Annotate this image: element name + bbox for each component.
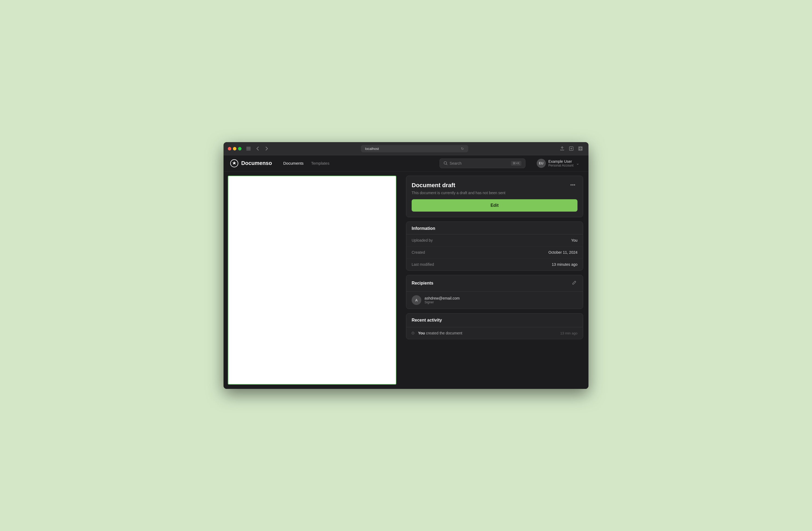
nav-links: Documents Templates (280, 159, 332, 167)
app-logo[interactable]: Documenso (230, 159, 272, 167)
svg-rect-7 (579, 149, 580, 150)
search-shortcut: ⌘+K (511, 161, 521, 166)
recipients-header: Recipients (406, 275, 583, 292)
search-icon (444, 161, 448, 165)
recipient-role: Signer (424, 300, 460, 304)
browser-controls (245, 145, 271, 152)
svg-rect-0 (246, 147, 251, 147)
nav-templates[interactable]: Templates (308, 159, 332, 167)
svg-rect-5 (579, 147, 580, 148)
info-row-last-modified: Last modified 13 minutes ago (406, 259, 583, 270)
info-value-created: October 11, 2024 (549, 250, 578, 254)
url-text: localhost (365, 147, 379, 151)
recipient-info: ashdrew@email.com Signer (424, 296, 460, 304)
logo-text: Documenso (241, 160, 272, 166)
svg-rect-1 (246, 148, 251, 149)
edit-button[interactable]: Edit (412, 199, 578, 211)
document-sidebar: Document draft ••• This document is curr… (401, 171, 589, 389)
document-preview-pane (223, 171, 401, 389)
traffic-light-green[interactable] (238, 147, 242, 150)
user-account-type: Personal Account (549, 164, 574, 167)
sidebar-toggle-button[interactable] (245, 145, 252, 152)
activity-header: Recent activity (406, 313, 583, 327)
address-bar[interactable]: localhost ↻ (361, 145, 468, 152)
search-bar[interactable]: Search ⌘+K (439, 159, 525, 168)
info-value-last-modified: 13 minutes ago (552, 262, 578, 267)
info-label-created: Created (412, 250, 425, 254)
forward-button[interactable] (263, 145, 271, 152)
recent-activity-card: Recent activity You created the document… (406, 313, 583, 339)
new-tab-button[interactable] (567, 145, 575, 152)
svg-rect-4 (579, 147, 582, 150)
browser-right-controls (559, 145, 584, 152)
traffic-light-yellow[interactable] (233, 147, 236, 150)
activity-action: created the document (426, 331, 462, 335)
activity-item: You created the document 13 min ago (406, 327, 583, 339)
user-info: Example User Personal Account (549, 159, 574, 167)
tab-overview-button[interactable] (577, 145, 584, 152)
activity-dot-icon (412, 332, 414, 335)
share-button[interactable] (559, 145, 566, 152)
user-name: Example User (549, 159, 574, 164)
traffic-light-red[interactable] (228, 147, 231, 150)
recipients-card: Recipients A ashdrew@email.com Signer (406, 275, 583, 309)
info-label-last-modified: Last modified (412, 262, 434, 267)
info-value-uploaded-by: You (571, 238, 578, 242)
recipients-title: Recipients (412, 281, 433, 285)
main-content: Document draft ••• This document is curr… (223, 171, 589, 389)
draft-card-header: Document draft ••• (412, 181, 578, 189)
top-nav: Documenso Documents Templates Search ⌘+K (223, 155, 589, 171)
draft-card: Document draft ••• This document is curr… (406, 176, 583, 217)
user-menu[interactable]: EU Example User Personal Account ⌄ (534, 157, 582, 169)
activity-text: You created the document (418, 331, 556, 335)
back-button[interactable] (254, 145, 261, 152)
document-preview-wrapper (228, 176, 396, 385)
app-content: Documenso Documents Templates Search ⌘+K (223, 155, 589, 389)
info-row-created: Created October 11, 2024 (406, 247, 583, 259)
search-placeholder: Search (450, 161, 462, 165)
browser-window: localhost ↻ (223, 142, 589, 389)
draft-card-title: Document draft (412, 182, 455, 189)
nav-documents[interactable]: Documents (280, 159, 306, 167)
user-chevron-icon: ⌄ (576, 161, 579, 165)
traffic-lights (228, 147, 242, 150)
recipient-email: ashdrew@email.com (424, 296, 460, 300)
edit-recipients-button[interactable] (571, 279, 578, 287)
info-row-uploaded-by: Uploaded by You (406, 234, 583, 247)
activity-time: 13 min ago (560, 331, 578, 335)
reload-button[interactable]: ↻ (461, 147, 464, 151)
info-label-uploaded-by: Uploaded by (412, 238, 433, 242)
information-card: Information Uploaded by You Created Octo… (406, 222, 583, 270)
recipient-avatar: A (412, 295, 421, 305)
address-bar-container: localhost ↻ (274, 145, 555, 152)
svg-rect-2 (246, 150, 251, 150)
more-options-button[interactable]: ••• (568, 181, 578, 189)
recipient-item: A ashdrew@email.com Signer (406, 292, 583, 309)
activity-actor: You (418, 331, 425, 335)
user-avatar: EU (537, 159, 546, 168)
svg-rect-8 (581, 149, 582, 150)
browser-chrome: localhost ↻ (223, 142, 589, 155)
draft-card-subtitle: This document is currently a draft and h… (412, 191, 578, 195)
svg-rect-6 (581, 147, 582, 148)
information-card-header: Information (406, 222, 583, 234)
